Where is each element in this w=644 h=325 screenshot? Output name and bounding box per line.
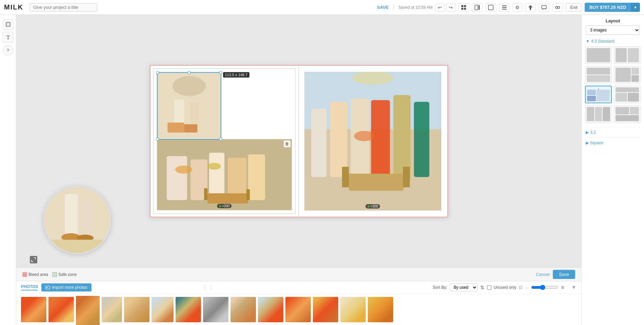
left-bottom-image[interactable]: >300 🗑 xyxy=(157,139,292,210)
settings-button[interactable]: ⚙ xyxy=(512,3,522,12)
svg-rect-0 xyxy=(461,5,463,7)
svg-rect-44 xyxy=(403,167,409,188)
layout-option-5[interactable]: ↕ xyxy=(585,86,612,103)
chevron-down-icon[interactable]: ▼ xyxy=(571,284,577,290)
center-divider xyxy=(298,66,299,217)
svg-rect-14 xyxy=(7,23,9,26)
size-separator: — xyxy=(525,286,528,289)
resize-handle-tr[interactable] xyxy=(219,71,222,74)
sort-direction-icon[interactable]: ⇅ xyxy=(480,285,484,290)
right-full-image[interactable]: >300 xyxy=(304,72,441,211)
photos-header: PHOTOS Import more photos ⋮⋮ Sort By: By… xyxy=(16,281,581,294)
list-view-button[interactable] xyxy=(499,3,510,12)
resize-handle-tl[interactable] xyxy=(156,71,159,74)
photo-thumb-13[interactable] xyxy=(340,297,366,322)
layout-option-1[interactable] xyxy=(585,46,612,64)
section-43-label: 4:3 Standard xyxy=(591,39,615,44)
expand-icon[interactable] xyxy=(30,256,37,263)
images-count-select[interactable]: 1 image 2 images 3 images 4 images xyxy=(586,25,640,35)
single-view-button[interactable] xyxy=(485,3,496,12)
photo-thumb-11[interactable] xyxy=(285,297,311,322)
svg-rect-24 xyxy=(209,153,224,200)
svg-rect-9 xyxy=(502,9,507,9)
chevron-right-square-icon: ▶ xyxy=(586,140,589,145)
photo-thumb-5[interactable] xyxy=(124,297,149,322)
left-sidebar: ? xyxy=(0,15,16,325)
photo-thumb-1[interactable] xyxy=(21,297,46,322)
svg-rect-29 xyxy=(207,193,248,203)
layout-option-4[interactable] xyxy=(614,66,641,84)
saved-time: Saved at 10:59 AM xyxy=(398,5,432,10)
photos-thumbnails xyxy=(16,294,581,325)
text-tool-button[interactable] xyxy=(3,32,14,43)
resize-handle-tc[interactable] xyxy=(188,71,190,74)
undo-button[interactable]: ↩ xyxy=(435,3,445,12)
selected-image[interactable] xyxy=(157,72,221,140)
delete-image-button-left[interactable]: 🗑 xyxy=(284,140,290,147)
redo-button[interactable]: ↪ xyxy=(446,3,456,12)
exit-button[interactable]: Exit xyxy=(566,3,582,12)
section-square-label: Square xyxy=(590,140,603,145)
photo-thumb-6[interactable] xyxy=(152,297,174,322)
size-slider[interactable] xyxy=(531,285,558,290)
photos-tab[interactable]: PHOTOS xyxy=(21,284,38,290)
section-divider-1 xyxy=(586,127,640,127)
svg-rect-6 xyxy=(488,5,493,10)
resize-handle-bl[interactable] xyxy=(156,138,159,140)
section-32-header[interactable]: ▶ 3.2 xyxy=(582,129,644,136)
save-button[interactable]: SAVE xyxy=(377,5,388,10)
sort-select[interactable]: By used By date By name By size xyxy=(450,283,478,291)
share-button[interactable] xyxy=(525,3,536,12)
legend-actions: Cancel Save xyxy=(536,270,575,279)
buy-dropdown-button[interactable]: ▼ xyxy=(631,3,640,12)
sort-by-label: Sort By: xyxy=(433,285,447,290)
cancel-button[interactable]: Cancel xyxy=(536,272,549,277)
right-sidebar: Layout 1 image 2 images 3 images 4 image… xyxy=(581,15,644,325)
photo-thumb-12[interactable] xyxy=(313,297,338,322)
layout-option-2[interactable] xyxy=(614,46,641,64)
svg-rect-3 xyxy=(464,8,466,10)
unused-only-label[interactable]: Unused only xyxy=(487,285,516,290)
svg-rect-16 xyxy=(174,99,184,126)
layout-option-8[interactable] xyxy=(614,105,641,123)
photo-thumb-2[interactable] xyxy=(48,297,74,322)
photo-thumb-4[interactable] xyxy=(102,297,122,322)
section-43-header[interactable]: ▼ 4:3 Standard xyxy=(582,38,644,45)
svg-point-12 xyxy=(558,6,560,8)
drag-handle: ⋮⋮ xyxy=(202,284,215,291)
svg-rect-5 xyxy=(479,5,480,10)
bleed-legend: Bleed area xyxy=(22,272,48,277)
bleed-label: Bleed area xyxy=(28,272,48,277)
comment-button[interactable] xyxy=(539,3,549,12)
project-title-input[interactable] xyxy=(29,3,97,12)
layout-option-3[interactable] xyxy=(585,66,612,84)
frame-tool-button[interactable] xyxy=(3,19,14,30)
layout-option-6[interactable] xyxy=(614,86,641,103)
svg-rect-17 xyxy=(190,103,199,126)
svg-rect-19 xyxy=(184,124,197,133)
photo-thumb-10[interactable] xyxy=(258,297,283,322)
photo-thumb-8[interactable] xyxy=(203,297,228,322)
buy-button[interactable]: BUY $707.25 NZD xyxy=(585,3,631,12)
import-photos-button[interactable]: Import more photos xyxy=(41,283,91,291)
photo-thumb-7[interactable] xyxy=(176,297,201,322)
size-tooltip: 113.5 x 148.7 xyxy=(223,72,250,78)
svg-rect-51 xyxy=(46,286,50,289)
svg-rect-4 xyxy=(475,5,478,10)
layout-view-button[interactable] xyxy=(472,3,483,12)
section-square-header[interactable]: ▶ Square xyxy=(582,139,644,147)
save-spread-button[interactable]: Save xyxy=(553,270,575,279)
svg-rect-7 xyxy=(502,5,507,6)
photo-thumb-3[interactable] xyxy=(76,296,100,325)
svg-rect-31 xyxy=(246,189,250,200)
layout-option-7[interactable] xyxy=(585,105,612,123)
bleed-color-swatch xyxy=(22,272,27,277)
help-button[interactable]: ? xyxy=(3,45,14,56)
unused-only-checkbox[interactable] xyxy=(487,285,491,290)
resize-handle-br[interactable] xyxy=(219,138,222,140)
photo-thumb-14[interactable] xyxy=(368,297,393,322)
chat-button[interactable] xyxy=(552,3,563,12)
layout-grid-43: ↕ xyxy=(582,45,644,126)
photo-thumb-9[interactable] xyxy=(230,297,256,322)
grid-view-button[interactable] xyxy=(458,3,469,12)
